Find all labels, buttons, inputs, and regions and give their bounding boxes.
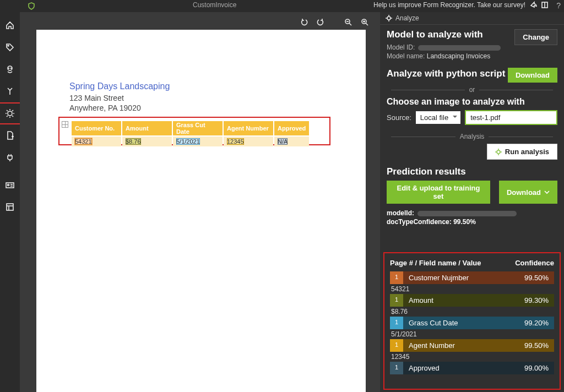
source-select[interactable]: Local file: [416, 111, 460, 124]
share-icon[interactable]: [530, 1, 538, 9]
chevron-down-icon: [544, 189, 550, 195]
pred-confidence: 99.30%: [524, 296, 549, 304]
book-icon[interactable]: [541, 1, 549, 9]
rotate-right-icon[interactable]: [316, 18, 325, 26]
svg-point-36: [497, 150, 500, 154]
value-model-id-result: [417, 211, 517, 216]
value-doctype-conf: 99.50%: [453, 218, 476, 226]
label-source: Source:: [387, 113, 411, 122]
label-model-id-result: modelId:: [387, 209, 414, 217]
document-page: Spring Days Landscaping 123 Main Street …: [36, 30, 366, 392]
pred-page-num: 1: [390, 294, 403, 307]
pred-confidence: 99.20%: [524, 319, 549, 327]
pred-confidence: 99.00%: [524, 364, 549, 372]
col-customer-no: Customer No.: [72, 121, 121, 135]
svg-point-5: [11, 68, 12, 69]
cell-approved: N/A: [278, 138, 288, 145]
pred-page-num: 1: [390, 362, 403, 374]
or-separator: or: [387, 86, 557, 94]
address-line-2: Anywhere, PA 19020: [69, 104, 141, 112]
heading-model-to-analyze: Model to analyze with: [387, 29, 501, 40]
pred-header-left: Page # / Field name / Value: [390, 259, 481, 267]
invoice-table-highlight: Customer No. Amount Grass Cut Date Agent…: [58, 117, 330, 145]
pred-header-right: Confidence: [515, 259, 554, 267]
pred-page-num: 1: [390, 271, 403, 284]
home-icon[interactable]: [2, 18, 18, 33]
pred-field-name: Approved: [409, 364, 440, 372]
table-header-row: Customer No. Amount Grass Cut Date Agent…: [72, 121, 309, 135]
help-icon[interactable]: ?: [556, 1, 561, 10]
bulb-icon[interactable]: [2, 106, 18, 121]
value-model-id: [418, 45, 501, 51]
file-input[interactable]: test-1.pdf: [465, 110, 557, 125]
svg-point-18: [8, 184, 9, 186]
change-button[interactable]: Change: [514, 29, 557, 45]
edit-upload-button[interactable]: Edit & upload to training set: [387, 181, 490, 204]
robot-icon[interactable]: [2, 62, 18, 77]
pred-confidence: 99.50%: [524, 341, 549, 350]
rotate-left-icon[interactable]: [300, 18, 308, 26]
pred-field-name: Agent Number: [409, 341, 455, 350]
zoom-out-icon[interactable]: [344, 18, 352, 26]
plug-icon[interactable]: [2, 150, 18, 165]
cell-agent-number: 12345: [227, 138, 244, 145]
svg-line-11: [7, 110, 8, 111]
svg-rect-21: [7, 204, 13, 210]
prediction-row[interactable]: 1Approved99.00%: [390, 362, 554, 374]
svg-point-2: [8, 45, 9, 46]
pred-confidence: 99.50%: [524, 274, 549, 282]
tag-icon[interactable]: [2, 40, 18, 55]
prediction-row[interactable]: 1Agent Number99.50%: [390, 339, 554, 352]
col-approved: Approved: [274, 121, 309, 135]
pred-page-num: 1: [390, 339, 403, 352]
table-grid-icon: [62, 121, 68, 128]
layout-icon[interactable]: [2, 199, 18, 215]
svg-line-12: [12, 116, 13, 117]
col-amount: Amount: [122, 121, 172, 135]
merge-icon[interactable]: [2, 84, 18, 99]
label-model-id: Model ID:: [387, 43, 415, 51]
analyze-panel: Analyze Model to analyze with Model ID: …: [380, 12, 564, 392]
pred-page-num: 1: [390, 317, 403, 329]
svg-point-31: [387, 17, 391, 20]
company-name: Spring Days Landscaping: [69, 81, 170, 91]
svg-line-28: [366, 23, 368, 25]
bulb-run-icon: [495, 149, 502, 155]
svg-line-14: [12, 110, 13, 111]
label-model-name: Model name:: [387, 52, 425, 60]
label-doctype-conf: docTypeConfidence:: [387, 218, 452, 226]
pred-field-name: Grass Cut Date: [409, 319, 458, 327]
svg-point-4: [9, 68, 9, 69]
file-plus-icon[interactable]: [2, 128, 18, 143]
svg-line-13: [7, 116, 8, 117]
heading-choose-image: Choose an image to analyze with: [387, 97, 557, 107]
zoom-in-icon[interactable]: [360, 18, 369, 26]
download-script-button[interactable]: Download: [508, 68, 557, 83]
pred-field-value: 54321: [391, 285, 554, 293]
panel-tab-analyze[interactable]: Analyze: [380, 12, 564, 25]
cell-amount: $8.76: [126, 138, 141, 145]
heading-python-script: Analyze with python script: [387, 68, 505, 79]
col-agent-number: Agent Number: [224, 121, 273, 135]
svg-line-25: [349, 23, 351, 25]
pred-field-value: 12345: [391, 353, 554, 361]
prediction-row[interactable]: 1Grass Cut Date99.20%: [390, 317, 554, 329]
survey-link[interactable]: Help us improve Form Recognizer. Take ou…: [373, 1, 525, 9]
prediction-row[interactable]: 1Amount99.30%: [390, 294, 554, 307]
pred-field-value: $8.76: [391, 308, 554, 315]
value-model-name: Landscaping Invoices: [427, 52, 490, 60]
col-grass-cut-date: Grass Cut Date: [173, 121, 223, 135]
cell-grass-cut-date: 5/1/2021: [176, 138, 200, 145]
analysis-separator: Analysis: [387, 133, 557, 140]
pred-field-name: Customer Nujmber: [409, 274, 469, 282]
invoice-table: Customer No. Amount Grass Cut Date Agent…: [70, 120, 310, 148]
id-card-icon[interactable]: [2, 177, 18, 193]
address-line-1: 123 Main Street: [69, 94, 124, 102]
heading-prediction-results: Prediction results: [387, 166, 557, 177]
download-results-button[interactable]: Download: [499, 181, 557, 204]
run-analysis-button[interactable]: Run analysis: [487, 144, 557, 160]
table-data-row: 54321 $8.76 5/1/2021 12345 N/A: [72, 137, 309, 146]
prediction-row[interactable]: 1Customer Nujmber99.50%: [390, 271, 554, 284]
shield-icon: [28, 2, 35, 10]
predictions-box: Page # / Field name / Value Confidence 1…: [383, 252, 561, 390]
